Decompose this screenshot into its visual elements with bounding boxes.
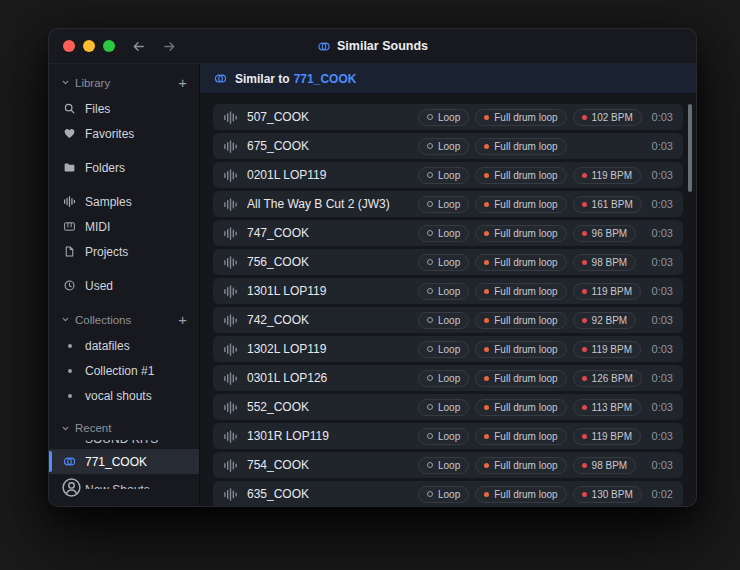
sound-row[interactable]: 742_COOKLoopFull drum loop92 BPM0:03 (213, 307, 683, 333)
tag-bpm[interactable]: 126 BPM (573, 370, 642, 387)
tag-loop[interactable]: Loop (418, 109, 469, 126)
tag-drum[interactable]: Full drum loop (475, 370, 566, 387)
tag-loop[interactable]: Loop (418, 225, 469, 242)
account-button[interactable] (61, 477, 82, 498)
close-window-button[interactable] (63, 40, 75, 52)
sidebar-item-samples[interactable]: Samples (49, 189, 199, 214)
tag-loop[interactable]: Loop (418, 312, 469, 329)
tag-bpm[interactable]: 161 BPM (573, 196, 642, 213)
tag-drum[interactable]: Full drum loop (475, 457, 566, 474)
tag-loop[interactable]: Loop (418, 167, 469, 184)
tag-drum[interactable]: Full drum loop (475, 312, 566, 329)
sidebar-item-midi[interactable]: MIDI (49, 214, 199, 239)
sidebar-item-collection-1[interactable]: Collection #1 (49, 358, 199, 383)
tag-loop[interactable]: Loop (418, 370, 469, 387)
tag-bpm[interactable]: 119 BPM (573, 341, 641, 358)
zoom-window-button[interactable] (103, 40, 115, 52)
sidebar-item-label: MIDI (85, 220, 110, 234)
dot-icon (582, 492, 587, 497)
tag-label: Loop (438, 344, 460, 355)
tag-drum[interactable]: Full drum loop (475, 428, 566, 445)
back-button[interactable] (131, 39, 146, 54)
sidebar-sections: Library+FilesFavoritesFoldersSamplesMIDI… (49, 70, 199, 506)
add-button[interactable]: + (178, 75, 187, 90)
tag-drum[interactable]: Full drum loop (475, 196, 566, 213)
tag-label: Full drum loop (494, 257, 557, 268)
tag-drum[interactable]: Full drum loop (475, 341, 566, 358)
tag-bpm[interactable]: 113 BPM (573, 399, 641, 416)
sound-row[interactable]: 635_COOKLoopFull drum loop130 BPM0:02 (213, 481, 683, 506)
section-header[interactable]: Recent (49, 417, 199, 440)
tag-bpm[interactable]: 119 BPM (573, 283, 641, 300)
loop-icon (427, 143, 433, 149)
sidebar-item-label: datafiles (85, 339, 130, 353)
sidebar-item-favorites[interactable]: Favorites (49, 121, 199, 146)
sound-row[interactable]: 747_COOKLoopFull drum loop96 BPM0:03 (213, 220, 683, 246)
sound-row[interactable]: 1301R LOP119LoopFull drum loop119 BPM0:0… (213, 423, 683, 449)
sidebar-item-folders[interactable]: Folders (49, 155, 199, 180)
tag-bpm[interactable]: 92 BPM (573, 312, 637, 329)
sidebar-item-vocal-shouts[interactable]: vocal shouts (49, 383, 199, 408)
tag-drum[interactable]: Full drum loop (475, 283, 566, 300)
tag-bpm[interactable]: 96 BPM (573, 225, 637, 242)
tag-loop[interactable]: Loop (418, 428, 469, 445)
sidebar-item-projects[interactable]: Projects (49, 239, 199, 264)
sidebar-item-771-cook[interactable]: 771_COOK (49, 449, 199, 474)
minimize-window-button[interactable] (83, 40, 95, 52)
duration: 0:03 (652, 140, 673, 152)
section-header[interactable]: Collections+ (49, 307, 199, 333)
tag-bpm[interactable]: 102 BPM (573, 109, 642, 126)
chevron-down-icon (61, 424, 70, 433)
sound-row[interactable]: 1302L LOP119LoopFull drum loop119 BPM0:0… (213, 336, 683, 362)
tag-loop[interactable]: Loop (418, 341, 469, 358)
forward-button[interactable] (162, 39, 177, 54)
sidebar-item-label: New Shouts (85, 483, 150, 489)
tag-bpm[interactable]: 98 BPM (573, 254, 637, 271)
section-header[interactable]: Library+ (49, 70, 199, 96)
tag-loop[interactable]: Loop (418, 399, 469, 416)
tag-drum[interactable]: Full drum loop (475, 167, 566, 184)
tag-group: LoopFull drum loop130 BPM (418, 486, 642, 503)
tag-drum[interactable]: Full drum loop (475, 138, 566, 155)
add-button[interactable]: + (178, 312, 187, 327)
sound-row[interactable]: 507_COOKLoopFull drum loop102 BPM0:03 (213, 104, 683, 130)
sidebar-item-files[interactable]: Files (49, 96, 199, 121)
sound-row[interactable]: 756_COOKLoopFull drum loop98 BPM0:03 (213, 249, 683, 275)
dot-icon (582, 260, 587, 265)
sidebar-item-sound-kits[interactable]: SOUND KITS (49, 440, 199, 449)
sound-row[interactable]: 754_COOKLoopFull drum loop98 BPM0:03 (213, 452, 683, 478)
sidebar-item-used[interactable]: Used (49, 273, 199, 298)
sound-row[interactable]: 552_COOKLoopFull drum loop113 BPM0:03 (213, 394, 683, 420)
tag-loop[interactable]: Loop (418, 254, 469, 271)
tag-bpm[interactable]: 119 BPM (573, 428, 641, 445)
tag-bpm[interactable]: 119 BPM (573, 167, 641, 184)
sound-row[interactable]: 0301L LOP126LoopFull drum loop126 BPM0:0… (213, 365, 683, 391)
tag-drum[interactable]: Full drum loop (475, 109, 566, 126)
sidebar-item-datafiles[interactable]: datafiles (49, 333, 199, 358)
tag-drum[interactable]: Full drum loop (475, 225, 566, 242)
sound-row[interactable]: 675_COOKLoopFull drum loop0:03 (213, 133, 683, 159)
sound-name: 1302L LOP119 (247, 342, 409, 356)
sound-name: All The Way B Cut 2 (JW3) (247, 197, 409, 211)
tag-bpm[interactable]: 98 BPM (573, 457, 637, 474)
tag-loop[interactable]: Loop (418, 486, 469, 503)
tag-label: Loop (438, 228, 460, 239)
sound-row[interactable]: 0201L LOP119LoopFull drum loop119 BPM0:0… (213, 162, 683, 188)
tag-loop[interactable]: Loop (418, 138, 469, 155)
tag-drum[interactable]: Full drum loop (475, 254, 566, 271)
tag-loop[interactable]: Loop (418, 196, 469, 213)
tag-bpm[interactable]: 130 BPM (573, 486, 642, 503)
tag-drum[interactable]: Full drum loop (475, 486, 566, 503)
target-sample-link[interactable]: 771_COOK (294, 72, 357, 86)
sound-row[interactable]: 1301L LOP119LoopFull drum loop119 BPM0:0… (213, 278, 683, 304)
sound-row[interactable]: All The Way B Cut 2 (JW3)LoopFull drum l… (213, 191, 683, 217)
duration: 0:03 (652, 314, 673, 326)
tag-label: 113 BPM (592, 402, 632, 413)
waveform-icon (223, 313, 238, 328)
scrollbar-thumb[interactable] (688, 104, 692, 192)
window-title-text: Similar Sounds (337, 39, 428, 53)
tag-loop[interactable]: Loop (418, 457, 469, 474)
loop-icon (427, 201, 433, 207)
tag-loop[interactable]: Loop (418, 283, 469, 300)
tag-drum[interactable]: Full drum loop (475, 399, 566, 416)
